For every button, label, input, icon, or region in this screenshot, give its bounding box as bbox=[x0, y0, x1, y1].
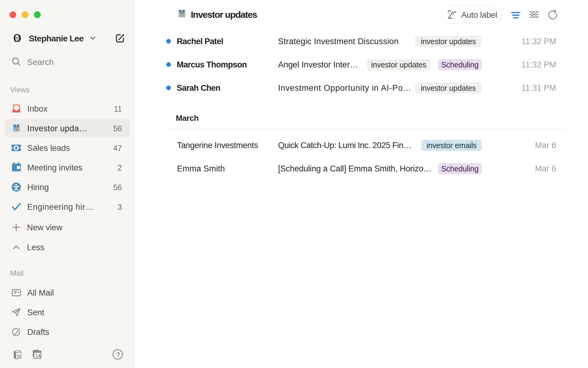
svg-text:N: N bbox=[17, 353, 20, 359]
svg-text:14: 14 bbox=[35, 353, 41, 358]
svg-text:?: ? bbox=[116, 351, 120, 358]
